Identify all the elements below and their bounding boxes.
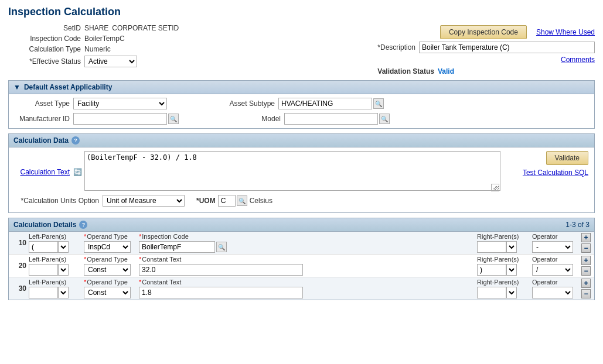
- row10-operator-select[interactable]: - / + *: [532, 241, 573, 253]
- validation-status-value: Valid: [438, 67, 454, 75]
- page-title: Inspection Calculation: [0, 0, 603, 22]
- calc-units-select[interactable]: Unit of Measure Fixed: [103, 195, 185, 207]
- copy-inspection-code-button[interactable]: Copy Inspection Code: [440, 25, 527, 39]
- effective-status-label: *Effective Status: [8, 57, 84, 66]
- calc-text-refresh-icon[interactable]: 🔄: [73, 168, 82, 176]
- calc-data-help-icon[interactable]: ?: [71, 136, 80, 145]
- asset-type-select[interactable]: Facility Equipment: [73, 98, 167, 109]
- calc-details-help-icon[interactable]: ?: [79, 221, 87, 229]
- row20-left-paren-select[interactable]: [58, 264, 69, 276]
- calc-details-title: Calculation Details: [13, 221, 76, 229]
- row10-search-icon[interactable]: 🔍: [216, 242, 227, 252]
- calculation-type-value: Numeric: [84, 45, 111, 53]
- calc-text-expand-icon[interactable]: ⤢: [491, 184, 499, 191]
- default-asset-toggle[interactable]: ▼: [13, 83, 21, 91]
- row30-operand-type-label: Operand Type: [84, 279, 137, 286]
- row20-constant-text-label: Constant Text: [139, 256, 315, 263]
- uom-search-icon[interactable]: 🔍: [237, 195, 247, 206]
- calc-text-label[interactable]: Calculation Text: [15, 168, 73, 176]
- effective-status-select[interactable]: Active Inactive: [84, 56, 137, 67]
- row-20-num: 20: [12, 262, 26, 270]
- asset-subtype-search-icon[interactable]: 🔍: [373, 98, 384, 109]
- row30-del-btn[interactable]: −: [581, 289, 591, 298]
- row20-del-btn[interactable]: −: [581, 266, 591, 276]
- row30-left-paren-input[interactable]: [29, 287, 58, 298]
- row20-operator-label: Operator: [532, 256, 579, 263]
- default-asset-title: Default Asset Applicability: [24, 83, 112, 91]
- row20-operand-type-label: Operand Type: [84, 256, 137, 263]
- row30-operator-label: Operator: [532, 279, 579, 286]
- model-search-icon[interactable]: 🔍: [379, 114, 390, 124]
- validation-status-label: Validation Status: [377, 67, 434, 75]
- row10-add-del: + −: [581, 233, 591, 253]
- row10-right-paren-input[interactable]: [477, 241, 506, 253]
- uom-label: *UOM: [196, 197, 216, 205]
- inspection-code-value: BoilerTempC: [84, 35, 125, 43]
- row20-add-del: + −: [581, 256, 591, 276]
- row20-right-paren-select[interactable]: [506, 264, 517, 276]
- row10-operand-type-select[interactable]: InspCd Const: [84, 241, 131, 253]
- validate-button[interactable]: Validate: [546, 151, 588, 165]
- row20-right-paren-input[interactable]: [477, 264, 506, 276]
- row20-operator-select[interactable]: / - + *: [532, 264, 573, 276]
- inspection-code-label: Inspection Code: [8, 35, 84, 43]
- row30-operator-select[interactable]: - / + *: [532, 287, 573, 298]
- calc-units-label: *Calculation Units Option: [15, 197, 103, 205]
- calc-details-section-header: Calculation Details ? 1-3 of 3: [8, 218, 595, 232]
- show-where-used-link[interactable]: Show Where Used: [536, 28, 595, 36]
- row20-add-btn[interactable]: +: [581, 256, 591, 265]
- row30-constant-text-input[interactable]: [139, 287, 303, 298]
- row10-operand-type-label: Operand Type: [84, 233, 137, 240]
- row10-left-paren-label: Left-Paren(s): [29, 233, 81, 240]
- default-asset-content: Asset Type Facility Equipment Asset Subt…: [8, 94, 595, 129]
- row30-right-paren-input[interactable]: [477, 287, 506, 298]
- row20-constant-text-input[interactable]: [139, 264, 303, 276]
- manufacturer-search-icon[interactable]: 🔍: [168, 114, 179, 124]
- row20-left-paren-input[interactable]: [29, 264, 58, 276]
- row20-right-paren-label: Right-Paren(s): [477, 256, 530, 263]
- row30-left-paren-label: Left-Paren(s): [29, 279, 81, 286]
- calc-data-content: Calculation Text 🔄 (BoilerTempF - 32.0) …: [8, 147, 595, 213]
- setid-value2: CORPORATE SETID: [112, 24, 179, 32]
- comments-link[interactable]: Comments: [561, 56, 595, 64]
- row10-inspection-code-label: Inspection Code: [139, 233, 233, 240]
- calculation-type-label: Calculation Type: [8, 45, 84, 53]
- asset-subtype-label: Asset Subtype: [226, 99, 278, 108]
- setid-value1: SHARE: [84, 24, 108, 32]
- calc-data-title: Calculation Data: [13, 136, 69, 145]
- row30-add-btn[interactable]: +: [581, 279, 591, 288]
- row30-left-paren-select[interactable]: [58, 287, 69, 298]
- row30-constant-text-label: Constant Text: [139, 279, 315, 286]
- row10-right-paren-select[interactable]: [506, 241, 517, 253]
- row20-operand-type-select[interactable]: InspCd Const: [84, 264, 131, 276]
- row10-del-btn[interactable]: −: [581, 243, 591, 253]
- calc-details-content: 10 Left-Paren(s) Operand Type InspCd Con…: [8, 232, 595, 300]
- row30-add-del: + −: [581, 279, 591, 298]
- model-input[interactable]: [284, 113, 378, 125]
- manufacturer-id-input[interactable]: [73, 113, 167, 125]
- asset-subtype-input[interactable]: [278, 98, 372, 109]
- uom-input[interactable]: [218, 195, 236, 207]
- model-label: Model: [255, 115, 284, 123]
- row30-operand-type-select[interactable]: InspCd Const: [84, 287, 131, 298]
- test-calc-sql-link[interactable]: Test Calculation SQL: [523, 169, 588, 177]
- setid-label: SetID: [8, 24, 84, 32]
- row20-left-paren-label: Left-Paren(s): [29, 256, 81, 263]
- row10-right-paren-label: Right-Paren(s): [477, 233, 530, 240]
- row10-left-paren-input[interactable]: [29, 241, 58, 253]
- description-label: *Description: [377, 43, 415, 51]
- row30-right-paren-select[interactable]: [506, 287, 517, 298]
- description-input[interactable]: [419, 42, 595, 53]
- row10-operator-label: Operator: [532, 233, 579, 240]
- row30-right-paren-label: Right-Paren(s): [477, 279, 530, 286]
- asset-type-label: Asset Type: [15, 99, 73, 108]
- default-asset-section-header: ▼ Default Asset Applicability: [8, 80, 595, 94]
- row10-inspection-code-input[interactable]: [139, 241, 215, 253]
- calc-data-section-header: Calculation Data ?: [8, 133, 595, 147]
- row10-left-paren-select[interactable]: [58, 241, 69, 253]
- row-30-num: 30: [12, 284, 26, 293]
- manufacturer-id-label: Manufacturer ID: [15, 115, 73, 123]
- row-10-num: 10: [12, 239, 26, 247]
- calc-text-area[interactable]: (BoilerTempF - 32.0) / 1.8: [84, 151, 500, 191]
- row10-add-btn[interactable]: +: [581, 233, 591, 242]
